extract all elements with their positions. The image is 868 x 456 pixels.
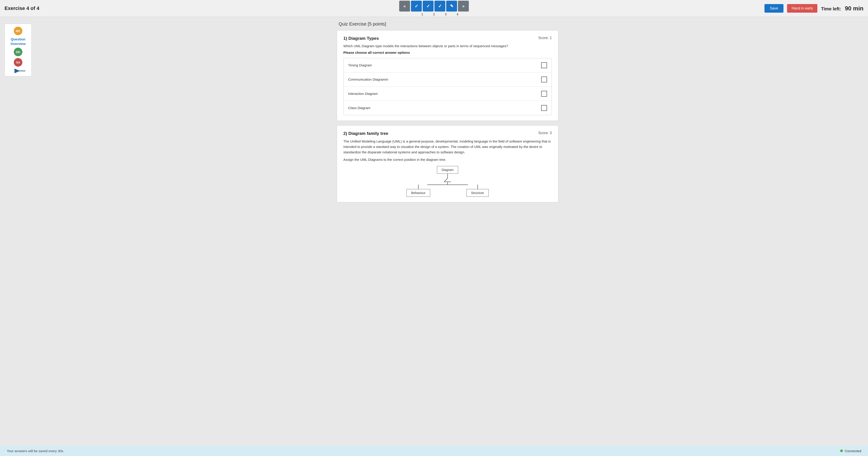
time-label-text: Time left:: [821, 6, 841, 11]
nav-prev-button[interactable]: [399, 1, 410, 11]
avatar-sa: SA: [14, 58, 22, 67]
question-title-1: 1) Diagram Types: [343, 36, 379, 41]
avatar-mc: MC: [14, 27, 22, 35]
answer-options-1: Timing Diagram Communication Diagramm In…: [343, 58, 552, 115]
answer-option-1-3[interactable]: Interaction Diagram: [344, 87, 552, 101]
answer-text-1-2: Communication Diagramm: [348, 77, 388, 81]
answer-checkbox-1-3[interactable]: [541, 91, 547, 97]
tree-connector-root: [447, 174, 448, 178]
answer-text-1-3: Interaction Diagram: [348, 92, 378, 96]
nav-btn-2[interactable]: [423, 1, 434, 11]
next-icon: [462, 4, 465, 8]
question-score-1: Score: 1: [538, 36, 552, 40]
answer-option-1-4[interactable]: Class Diagram: [344, 101, 552, 115]
bottom-bar: Your answers will be saved every 30s. Co…: [0, 446, 868, 456]
save-button[interactable]: Save: [765, 4, 783, 13]
q2-instruction: Assign the UML Diagrams to the correct p…: [343, 158, 552, 161]
branch-connector-right: [477, 185, 478, 189]
edit-icon-4: [450, 4, 454, 8]
nav-center: 1 2 3 4: [399, 1, 469, 16]
tree-vertical-line: [447, 182, 448, 185]
tree-node-structure: Structure: [466, 189, 489, 197]
check-icon-2: [426, 3, 430, 9]
nav-num-2: 2: [429, 12, 439, 16]
time-value: 90 min: [845, 5, 864, 12]
nav-buttons: [399, 1, 469, 11]
quiz-title: Quiz Exercise [5 points]: [337, 22, 558, 27]
diagram-tree: Diagram Behaviour Structu: [343, 166, 552, 197]
question-score-2: Score: 3: [538, 131, 552, 135]
nav-next-button[interactable]: [458, 1, 469, 11]
answer-checkbox-1-1[interactable]: [541, 62, 547, 68]
time-left-label: Time left: 90 min: [821, 5, 864, 12]
nav-num-1: 1: [417, 12, 428, 16]
main-layout: MC Question Overview DD SA Quiz Exercise…: [0, 17, 868, 211]
answer-checkbox-1-4[interactable]: [541, 105, 547, 111]
hand-in-button[interactable]: Hand in early: [787, 4, 817, 13]
tree-root-node: Diagram: [437, 166, 458, 174]
question-header-1: 1) Diagram Types Score: 1: [343, 36, 552, 41]
autosave-text: Your answers will be saved every 30s.: [7, 449, 64, 453]
tree-horizontal-line: [427, 185, 468, 185]
answer-option-1-1[interactable]: Timing Diagram: [344, 58, 552, 72]
check-icon-3: [438, 3, 442, 9]
answer-text-1-4: Class Diagram: [348, 106, 370, 110]
branch-connector-left: [418, 185, 418, 189]
sidebar: MC Question Overview DD SA: [4, 22, 32, 207]
q2-description: The Unified Modeling Language (UML) is a…: [343, 139, 552, 155]
nav-btn-3[interactable]: [434, 1, 445, 11]
question-card-2: 2) Diagram family tree Score: 3 The Unif…: [337, 125, 558, 202]
prev-icon: [403, 4, 406, 8]
top-bar: Exercise 4 of 4 1 2 3: [0, 0, 868, 17]
question-instruction-1: Please choose all correct answer options: [343, 51, 552, 55]
answer-text-1-1: Timing Diagram: [348, 63, 372, 67]
exercise-title: Exercise 4 of 4: [4, 5, 39, 11]
top-right: Save Hand in early Time left: 90 min: [765, 4, 864, 13]
question-overview-panel: MC Question Overview DD SA: [4, 24, 32, 76]
nav-btn-1[interactable]: [411, 1, 422, 11]
answer-checkbox-1-2[interactable]: [541, 76, 547, 83]
check-icon-1: [414, 3, 418, 9]
nav-num-3: 3: [440, 12, 451, 16]
tree-branch-structure: Structure: [466, 185, 489, 197]
connected-label: Connected: [845, 449, 861, 453]
tree-branch-container: Behaviour Structure: [406, 185, 489, 197]
tree-node-behaviour: Behaviour: [406, 189, 430, 197]
answer-option-1-2[interactable]: Communication Diagramm: [344, 72, 552, 87]
connected-dot: [840, 450, 843, 452]
question-header-2: 2) Diagram family tree Score: 3: [343, 131, 552, 136]
question-card-1: 1) Diagram Types Score: 1 Which UML Diag…: [337, 30, 558, 121]
arrow-left-indicator: [13, 68, 26, 73]
connected-indicator: Connected: [840, 449, 861, 453]
overview-label[interactable]: Question Overview: [6, 37, 30, 46]
tree-arrow-icon: [444, 178, 451, 182]
tree-branch-behaviour: Behaviour: [406, 185, 430, 197]
question-text-1: Which UML Diagram type models the intera…: [343, 43, 552, 49]
nav-num-4: 4: [452, 12, 463, 16]
main-content: Quiz Exercise [5 points] 1) Diagram Type…: [337, 22, 558, 207]
nav-btn-4[interactable]: [446, 1, 457, 11]
avatar-dd: DD: [14, 48, 22, 56]
arrow-left-icon: [13, 68, 26, 73]
question-title-2: 2) Diagram family tree: [343, 131, 388, 136]
nav-numbers: 1 2 3 4: [405, 12, 463, 16]
